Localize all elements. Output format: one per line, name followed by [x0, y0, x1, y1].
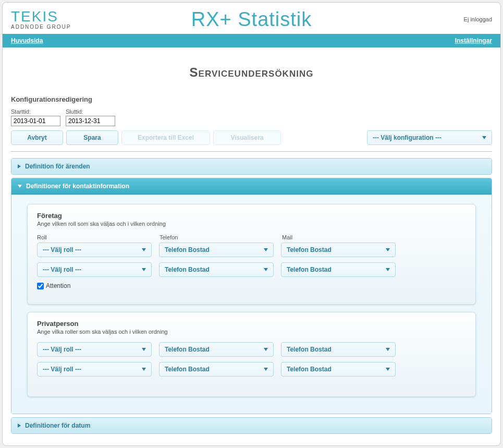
nav-settings-link[interactable]: Inställningar — [455, 37, 492, 44]
company-phone-value-0: Telefon Bostad — [165, 246, 210, 253]
svg-marker-8 — [386, 268, 390, 271]
company-column-labels: Roll Telefon Mail — [37, 234, 466, 240]
svg-marker-2 — [18, 185, 22, 188]
company-panel: Företag Ange vilken roll som ska väljas … — [27, 204, 476, 305]
accordion-def-contact: Definitioner för kontaktinformation Före… — [11, 178, 492, 414]
chevron-down-icon — [142, 368, 146, 371]
private-role-select-1[interactable]: --- Välj roll --- — [37, 362, 152, 377]
cancel-button[interactable]: Avbryt — [11, 130, 63, 145]
svg-marker-6 — [142, 268, 146, 271]
accordion-def-cases: Definition för ärenden — [11, 158, 492, 175]
company-mail-value-1: Telefon Bostad — [287, 266, 332, 273]
accordion-def-cases-header[interactable]: Definition för ärenden — [11, 159, 492, 174]
accordion-def-date-header[interactable]: Definitioner för datum — [11, 418, 492, 433]
logo: TEKIS ADDNODE GROUP — [11, 9, 71, 30]
svg-marker-9 — [142, 348, 146, 351]
private-phone-value-1: Telefon Bostad — [165, 366, 210, 373]
private-row-1: --- Välj roll --- Telefon Bostad Telefon… — [37, 362, 466, 377]
content: Serviceundersökning Konfigurationsredige… — [3, 47, 500, 445]
chevron-down-icon — [386, 348, 390, 351]
company-role-value-1: --- Välj roll --- — [43, 266, 81, 273]
label-mail: Mail — [282, 234, 404, 240]
label-phone: Telefon — [160, 234, 282, 240]
toolbar: Avbryt Spara Exportera till Excel Visual… — [11, 130, 492, 145]
svg-marker-12 — [142, 368, 146, 371]
private-row-0: --- Välj roll --- Telefon Bostad Telefon… — [37, 342, 466, 357]
start-date-input[interactable] — [11, 116, 60, 126]
start-date-group: Starttid: — [11, 108, 60, 126]
visualize-button: Visualisera — [213, 130, 281, 145]
accordion-def-contact-header[interactable]: Definitioner för kontaktinformation — [11, 178, 492, 195]
nav-home-link[interactable]: Huvudsida — [11, 37, 43, 44]
accordion-def-contact-label: Definitioner för kontaktinformation — [26, 183, 129, 190]
company-phone-value-1: Telefon Bostad — [165, 266, 210, 273]
attention-checkbox-row: Attention — [37, 282, 466, 289]
triangle-right-icon — [18, 164, 21, 168]
company-phone-select-1[interactable]: Telefon Bostad — [159, 262, 274, 277]
company-phone-select-0[interactable]: Telefon Bostad — [159, 243, 274, 257]
login-status: Ej inloggad — [464, 16, 492, 22]
private-role-value-1: --- Välj roll --- — [43, 366, 81, 373]
company-role-select-0[interactable]: --- Välj roll --- — [37, 243, 152, 257]
save-button[interactable]: Spara — [66, 130, 118, 145]
company-title: Företag — [37, 212, 466, 220]
choose-config-select[interactable]: --- Välj konfiguration --- — [367, 130, 492, 145]
label-role: Roll — [37, 234, 160, 240]
company-mail-select-0[interactable]: Telefon Bostad — [281, 243, 396, 257]
company-mail-select-1[interactable]: Telefon Bostad — [281, 262, 396, 277]
export-excel-button: Exportera till Excel — [121, 130, 210, 145]
chevron-down-icon — [386, 268, 390, 271]
accordion-def-date: Definitioner för datum — [11, 417, 492, 434]
company-mail-value-0: Telefon Bostad — [287, 246, 332, 253]
private-mail-select-0[interactable]: Telefon Bostad — [281, 342, 396, 357]
choose-config-label: --- Välj konfiguration --- — [373, 134, 441, 141]
logo-text-bottom: ADDNODE GROUP — [11, 24, 71, 30]
private-phone-select-1[interactable]: Telefon Bostad — [159, 362, 274, 377]
private-role-value-0: --- Välj roll --- — [43, 346, 81, 353]
chevron-down-icon — [482, 136, 486, 139]
svg-marker-13 — [264, 368, 268, 371]
accordion-def-date-label: Definitioner för datum — [25, 422, 90, 429]
chevron-down-icon — [264, 368, 268, 371]
company-row-1: --- Välj roll --- Telefon Bostad Telefon… — [37, 262, 466, 277]
attention-checkbox[interactable] — [37, 283, 44, 289]
private-subtitle: Ange vilka roller som ska väljas och i v… — [37, 329, 466, 335]
company-role-select-1[interactable]: --- Välj roll --- — [37, 262, 152, 277]
attention-label: Attention — [46, 282, 70, 289]
private-mail-select-1[interactable]: Telefon Bostad — [281, 362, 396, 377]
company-row-0: --- Välj roll --- Telefon Bostad Telefon… — [37, 243, 466, 257]
accordion-def-cases-label: Definition för ärenden — [25, 163, 90, 170]
end-date-input[interactable] — [66, 116, 115, 126]
date-row: Starttid: Sluttid: — [11, 108, 492, 126]
private-role-select-0[interactable]: --- Välj roll --- — [37, 342, 152, 357]
private-mail-value-0: Telefon Bostad — [287, 346, 332, 353]
private-title: Privatperson — [37, 320, 466, 328]
chevron-down-icon — [386, 248, 390, 251]
svg-marker-4 — [264, 248, 268, 251]
end-date-label: Sluttid: — [66, 108, 115, 115]
svg-marker-1 — [18, 164, 21, 168]
svg-marker-10 — [264, 348, 268, 351]
private-mail-value-1: Telefon Bostad — [287, 366, 332, 373]
navbar: Huvudsida Inställningar — [3, 34, 500, 47]
app-window: TEKIS ADDNODE GROUP RX+ Statistik Ej inl… — [2, 2, 501, 446]
svg-marker-3 — [142, 248, 146, 251]
config-heading: Konfigurationsredigering — [11, 95, 492, 103]
chevron-down-icon — [142, 268, 146, 271]
company-role-value-0: --- Välj roll --- — [43, 246, 81, 253]
svg-marker-5 — [386, 248, 390, 251]
chevron-down-icon — [264, 348, 268, 351]
private-phone-select-0[interactable]: Telefon Bostad — [159, 342, 274, 357]
triangle-right-icon — [18, 423, 21, 428]
accordion-def-contact-body: Företag Ange vilken roll som ska väljas … — [11, 195, 492, 414]
svg-marker-15 — [18, 423, 21, 428]
page-title: Serviceundersökning — [11, 65, 492, 80]
svg-marker-0 — [482, 136, 486, 139]
divider — [11, 151, 492, 152]
private-phone-value-0: Telefon Bostad — [165, 346, 210, 353]
chevron-down-icon — [386, 368, 390, 371]
app-title: RX+ Statistik — [3, 8, 500, 31]
chevron-down-icon — [264, 248, 268, 251]
private-panel: Privatperson Ange vilka roller som ska v… — [27, 312, 476, 397]
start-date-label: Starttid: — [11, 108, 60, 115]
